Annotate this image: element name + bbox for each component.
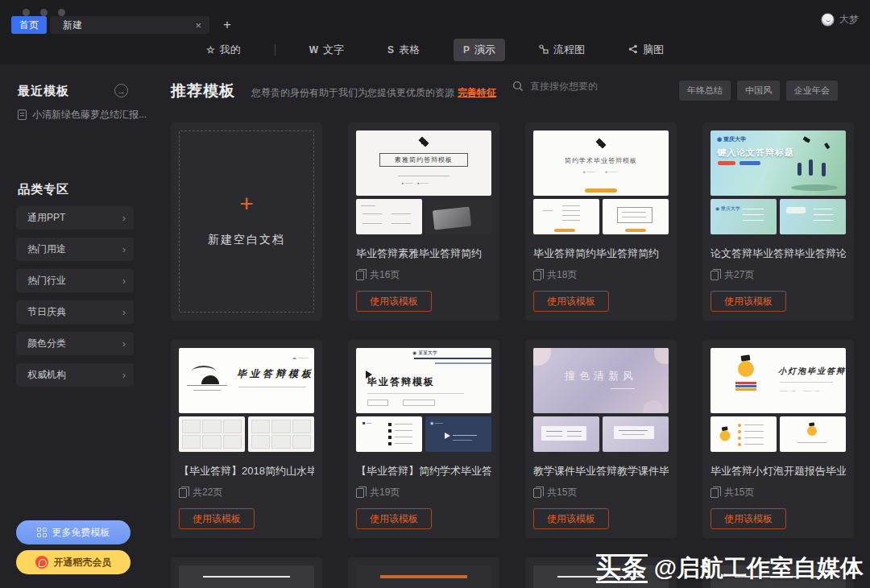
username: 大梦 — [839, 13, 859, 27]
graduation-cap-icon — [418, 137, 429, 143]
recommend-subtitle: 您尊贵的身份有助于我们为您提供更优质的资源 — [251, 86, 454, 100]
nav-item-presentation[interactable]: P 演示 — [454, 39, 505, 61]
page-title: 推荐模板 — [171, 81, 235, 101]
window-zoom-button[interactable] — [58, 9, 65, 16]
sidebar-item-general-ppt[interactable]: 通用PPT › — [16, 206, 134, 230]
template-card[interactable]: 撞色清新风 — [525, 340, 677, 538]
close-icon[interactable]: × — [195, 19, 201, 31]
template-card[interactable]: 素雅简约答辩模板 ● —— ● —— — [348, 122, 499, 321]
search-tags: 年终总结 中国风 企业年会 — [679, 81, 838, 101]
main-content: 推荐模板 您尊贵的身份有助于我们为您提供更优质的资源 完善特征 年终总结 中国风… — [161, 64, 870, 588]
preview-title: 毕业答辩模板 — [237, 367, 314, 381]
sidebar-item-authorities[interactable]: 权威机构 › — [16, 363, 134, 387]
preview-slide: 小灯泡毕业答辩 —— · — —— · — — [710, 348, 846, 413]
app-window: 首页 新建 × + 大梦 ☆ 我的 W 文字 S 表格 P 演示 — [0, 0, 870, 588]
search-input[interactable] — [530, 81, 651, 92]
nav-item-flowchart[interactable]: 流程图 — [529, 39, 594, 61]
preview-thumb — [179, 416, 245, 452]
template-preview: 简约学术毕业答辩模板 ● —— · ● —— · — [533, 130, 669, 234]
recent-template-label: 小清新绿色藤萝总结汇报... — [32, 108, 147, 122]
preview-title: 键入论文答辩标题 — [717, 147, 794, 159]
use-template-button[interactable]: 使用该模板 — [356, 508, 432, 529]
pages-icon — [533, 488, 541, 498]
preview-thumb — [780, 416, 846, 452]
template-preview: ◉ 重庆大学 键入论文答辩标题 ◉ 重庆大学 — [710, 130, 846, 234]
graduation-cap-icon — [823, 143, 831, 147]
template-card-partial[interactable] — [171, 557, 322, 588]
page-count-row: 共19页 — [356, 486, 491, 499]
recent-more-arrow-icon[interactable]: → — [114, 84, 128, 97]
template-card-partial[interactable] — [348, 557, 499, 588]
account-area[interactable]: 大梦 — [821, 13, 859, 27]
page-count: 共22页 — [193, 486, 222, 499]
page-count-row: 共15页 — [533, 486, 669, 499]
use-template-button[interactable]: 使用该模板 — [710, 508, 786, 529]
recent-template-item[interactable]: 小清新绿色藤萝总结汇报... — [18, 108, 147, 122]
preview-title: 撞色清新风 — [533, 369, 669, 383]
use-template-button[interactable]: 使用该模板 — [533, 508, 609, 529]
category-label: 颜色分类 — [27, 337, 122, 350]
nav-item-mindmap[interactable]: 脑图 — [619, 39, 673, 61]
preview-title: 简约学术毕业答辩模板 — [533, 156, 669, 165]
use-template-button[interactable]: 使用该模板 — [179, 508, 255, 529]
pages-icon — [356, 271, 364, 280]
use-template-button[interactable]: 使用该模板 — [533, 291, 609, 312]
tag-chinese-style[interactable]: 中国风 — [737, 81, 780, 101]
nav-label-presentation: 演示 — [474, 43, 495, 57]
window-close-button[interactable] — [23, 9, 30, 16]
tab-new[interactable]: 新建 × — [50, 16, 209, 34]
template-card[interactable]: 简约学术毕业答辩模板 ● —— · ● —— · — [525, 122, 677, 321]
template-grid: + 新建空白文档 素雅简约答辩模板 ● —— ● —— — [171, 122, 854, 588]
sidebar-item-colors[interactable]: 颜色分类 › — [16, 332, 134, 355]
spreadsheet-icon: S — [387, 44, 394, 56]
template-card[interactable]: ◉ 某某大学 毕业答辩模板 ■ — — [348, 340, 499, 538]
tag-year-summary[interactable]: 年终总结 — [679, 81, 731, 101]
more-free-templates-button[interactable]: 更多免费模板 — [16, 520, 130, 545]
sidebar-item-festivals[interactable]: 节日庆典 › — [16, 300, 134, 324]
search-icon — [512, 81, 524, 92]
nav-item-spreadsheet[interactable]: S 表格 — [378, 39, 429, 61]
template-title: 毕业答辩小灯泡开题报告毕业汇 — [710, 464, 846, 478]
complete-profile-link[interactable]: 完善特征 — [458, 86, 496, 100]
use-template-button[interactable]: 使用该模板 — [710, 291, 786, 312]
preview-thumb — [780, 199, 846, 234]
window-minimize-button[interactable] — [40, 9, 48, 16]
graduation-cap-icon — [595, 139, 607, 145]
page-count: 共15页 — [547, 486, 577, 499]
nav-label-mindmap: 脑图 — [643, 43, 664, 57]
chevron-right-icon: › — [122, 212, 126, 224]
nav-item-mine[interactable]: ☆ 我的 — [197, 39, 251, 61]
template-preview: ◉ 某某大学 毕业答辩模板 ■ — — [356, 348, 491, 452]
use-template-button[interactable]: 使用该模板 — [356, 291, 432, 312]
blank-card-dashed-area: + 新建空白文档 — [179, 130, 314, 313]
template-preview: 毕业答辩模板 ☁ —— — [179, 348, 314, 452]
template-title: 毕业答辩简约毕业答辩简约 — [533, 246, 669, 261]
preview-thumb: ◉ —— — [425, 416, 491, 452]
tag-annual-meeting[interactable]: 企业年会 — [786, 81, 838, 101]
docer-shell-icon — [35, 556, 48, 569]
template-card[interactable]: 小灯泡毕业答辩 —— · — —— · — — [702, 340, 854, 538]
chevron-right-icon: › — [122, 369, 126, 381]
search-bar[interactable] — [512, 81, 651, 92]
sidebar-item-hot-industries[interactable]: 热门行业 › — [16, 269, 134, 292]
open-membership-button[interactable]: 开通稻壳会员 — [16, 550, 130, 574]
template-preview: 小灯泡毕业答辩 —— · — —— · — — [710, 348, 846, 452]
page-count: 共27页 — [724, 268, 754, 282]
lightbulb-icon — [807, 426, 817, 436]
preview-thumb — [356, 199, 422, 234]
template-card[interactable]: ◉ 重庆大学 键入论文答辩标题 ◉ 重庆大学 — [702, 122, 854, 321]
category-label: 热门用途 — [27, 242, 122, 256]
preview-title: 毕业答辩模板 — [367, 375, 435, 389]
new-tab-button[interactable]: + — [218, 16, 237, 34]
tab-home[interactable]: 首页 — [11, 16, 47, 34]
preview-slide: 简约学术毕业答辩模板 ● —— · ● —— · — [533, 130, 669, 196]
pages-icon — [179, 488, 187, 498]
new-blank-document-card[interactable]: + 新建空白文档 — [171, 122, 322, 321]
template-card[interactable]: 毕业答辩模板 ☁ —— 【毕业答辩】2018简约山水毕 共22页 使用该模板 — [171, 340, 322, 538]
sidebar-item-hot-uses[interactable]: 热门用途 › — [16, 238, 134, 261]
nav-item-writer[interactable]: W 文字 — [300, 39, 354, 61]
template-title: 【毕业答辩】简约学术毕业答辩 — [356, 464, 491, 478]
avatar[interactable] — [821, 13, 835, 27]
nav-divider — [275, 44, 276, 56]
preview-thumb: ■ — — [356, 416, 422, 452]
